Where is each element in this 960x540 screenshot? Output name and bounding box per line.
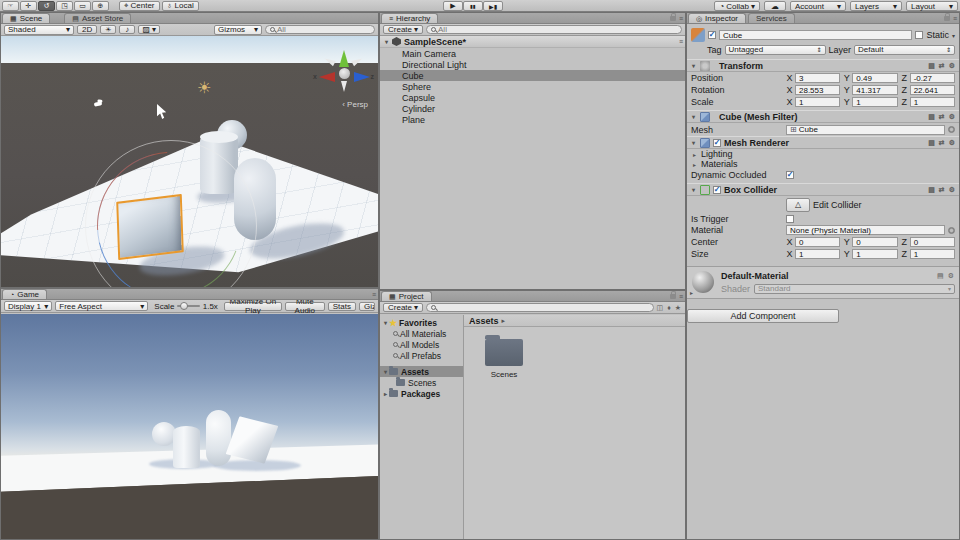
gizmos-dropdown[interactable]: Gizmos▾	[214, 25, 262, 35]
foldout-icon[interactable]: ▾	[383, 38, 390, 45]
project-create-button[interactable]: Create ▾	[383, 303, 423, 312]
cube-object-selected[interactable]	[116, 194, 184, 260]
mesh-renderer-enabled-checkbox[interactable]	[713, 139, 721, 147]
presets-icon[interactable]: ⇄	[939, 139, 946, 147]
tab-hierarchy[interactable]: ≡Hierarchy	[381, 13, 438, 23]
lock-icon[interactable]	[670, 294, 676, 299]
reference-doc-icon[interactable]: ▤	[928, 139, 936, 147]
multi-tool-button[interactable]: ⊕	[92, 1, 109, 11]
static-checkbox[interactable]	[915, 31, 923, 39]
hand-tool-button[interactable]: ☞	[2, 1, 19, 11]
hierarchy-create-button[interactable]: Create ▾	[383, 25, 423, 34]
reference-doc-icon[interactable]: ▤	[928, 113, 936, 121]
size-z-field[interactable]: 1	[910, 249, 955, 259]
scale-x-field[interactable]: 1	[795, 97, 840, 107]
tree-item-scenes[interactable]: Scenes	[380, 377, 463, 388]
cloud-button[interactable]: ☁	[764, 1, 786, 11]
object-picker-icon[interactable]	[948, 126, 955, 133]
layer-dropdown[interactable]: Default⇕	[854, 45, 955, 55]
is-trigger-checkbox[interactable]	[786, 215, 794, 223]
position-z-field[interactable]: -0.27	[910, 73, 955, 83]
hierarchy-item-capsule[interactable]: Capsule	[380, 92, 685, 103]
panel-menu-icon[interactable]: ≡	[679, 293, 682, 300]
rotation-z-field[interactable]: 22.641	[910, 85, 955, 95]
tab-game[interactable]: ◔Game	[2, 289, 47, 299]
material-sphere-preview[interactable]	[692, 271, 714, 293]
foldout-icon[interactable]: ▾	[690, 113, 697, 120]
lighting-foldout[interactable]: Lighting	[701, 149, 733, 159]
tree-item-all-materials[interactable]: All Materials	[380, 328, 463, 339]
folder-scenes[interactable]: Scenes	[482, 339, 526, 379]
tree-item-packages[interactable]: ▸Packages	[380, 388, 463, 399]
hierarchy-item-sphere[interactable]: Sphere	[380, 81, 685, 92]
foldout-icon[interactable]: ▾	[690, 139, 697, 146]
pivot-toggle-button[interactable]: ⌖Center	[119, 1, 160, 11]
hierarchy-item-main-camera[interactable]: Main Camera	[380, 48, 685, 59]
scene-lighting-toggle[interactable]: ☀	[100, 25, 116, 34]
foldout-icon[interactable]: ▸	[691, 161, 698, 168]
foldout-icon[interactable]: ▾	[690, 186, 697, 193]
rotation-y-field[interactable]: 41.317	[852, 85, 897, 95]
hierarchy-item-directional-light[interactable]: Directional Light	[380, 59, 685, 70]
aspect-dropdown[interactable]: Free Aspect▾	[55, 301, 148, 311]
center-y-field[interactable]: 0	[852, 237, 897, 247]
tree-item-all-prefabs[interactable]: All Prefabs	[380, 350, 463, 361]
search-by-type-icon[interactable]: ◫	[657, 304, 665, 312]
position-x-field[interactable]: 3	[795, 73, 840, 83]
rotation-x-field[interactable]: 28.553	[795, 85, 840, 95]
collab-dropdown[interactable]: ◔Collab▾	[714, 1, 760, 11]
directional-light-gizmo[interactable]: ☀	[197, 78, 211, 97]
2d-toggle-button[interactable]: 2D	[77, 25, 97, 34]
scene-audio-toggle[interactable]: ♪	[119, 25, 135, 34]
physic-material-field[interactable]: None (Physic Material)	[786, 225, 945, 235]
tab-scene[interactable]: ▦Scene	[2, 13, 50, 23]
project-breadcrumb[interactable]: Assets▸	[464, 315, 685, 327]
game-gizmos-dropdown[interactable]: Gizmos	[359, 302, 375, 311]
scale-slider[interactable]	[177, 305, 199, 307]
shading-mode-dropdown[interactable]: Shaded▾	[4, 25, 74, 35]
materials-foldout[interactable]: Materials	[701, 159, 738, 169]
scene-orientation-gizmo[interactable]: x z	[318, 48, 370, 100]
foldout-icon[interactable]: ▸	[688, 289, 695, 296]
hierarchy-search-input[interactable]: All	[426, 25, 682, 34]
panel-menu-icon[interactable]: ≡	[679, 15, 682, 22]
stats-button[interactable]: Stats	[328, 302, 356, 311]
search-by-label-icon[interactable]: ♦	[667, 304, 672, 311]
hierarchy-item-plane[interactable]: Plane	[380, 114, 685, 125]
rect-tool-button[interactable]: ▭	[74, 1, 91, 11]
account-dropdown[interactable]: Account▾	[790, 1, 846, 11]
scale-z-field[interactable]: 1	[910, 97, 955, 107]
active-checkbox[interactable]	[708, 31, 716, 39]
tree-item-all-models[interactable]: All Models	[380, 339, 463, 350]
gear-icon[interactable]: ⚙	[949, 113, 956, 121]
center-x-field[interactable]: 0	[795, 237, 840, 247]
layout-dropdown[interactable]: Layout▾	[906, 1, 958, 11]
perspective-toggle[interactable]: ‹ Persp	[342, 100, 368, 109]
center-z-field[interactable]: 0	[910, 237, 955, 247]
scale-tool-button[interactable]: ◳	[56, 1, 73, 11]
mute-audio-button[interactable]: Mute Audio	[285, 302, 325, 311]
size-y-field[interactable]: 1	[852, 249, 897, 259]
space-toggle-button[interactable]: ♁Local	[162, 1, 199, 11]
axis-x-cone[interactable]	[319, 72, 335, 82]
size-x-field[interactable]: 1	[795, 249, 840, 259]
static-dropdown-icon[interactable]: ▾	[952, 32, 955, 39]
tree-item-assets[interactable]: ▾Assets	[380, 366, 463, 377]
tab-asset-store[interactable]: ▤Asset Store	[64, 13, 131, 23]
hierarchy-item-cylinder[interactable]: Cylinder	[380, 103, 685, 114]
move-tool-button[interactable]: ✛	[20, 1, 37, 11]
step-button[interactable]: ▶▮	[483, 1, 503, 11]
name-field[interactable]: Cube	[719, 30, 912, 40]
tree-item-favorites[interactable]: ▾★Favorites	[380, 317, 463, 328]
scale-slider-knob[interactable]	[180, 302, 188, 310]
gear-icon[interactable]: ⚙	[949, 186, 956, 194]
scene-menu-icon[interactable]: ≡	[679, 38, 682, 45]
tab-services[interactable]: Services	[748, 13, 795, 23]
object-picker-icon[interactable]	[948, 227, 955, 234]
scene-search-input[interactable]: All	[265, 25, 375, 34]
tab-inspector[interactable]: ◎Inspector	[688, 13, 746, 23]
mesh-object-field[interactable]: ⊞Cube	[786, 125, 945, 135]
project-search-input[interactable]	[426, 303, 653, 312]
dynamic-occluded-checkbox[interactable]	[786, 171, 794, 179]
panel-menu-icon[interactable]: ≡	[372, 291, 375, 298]
